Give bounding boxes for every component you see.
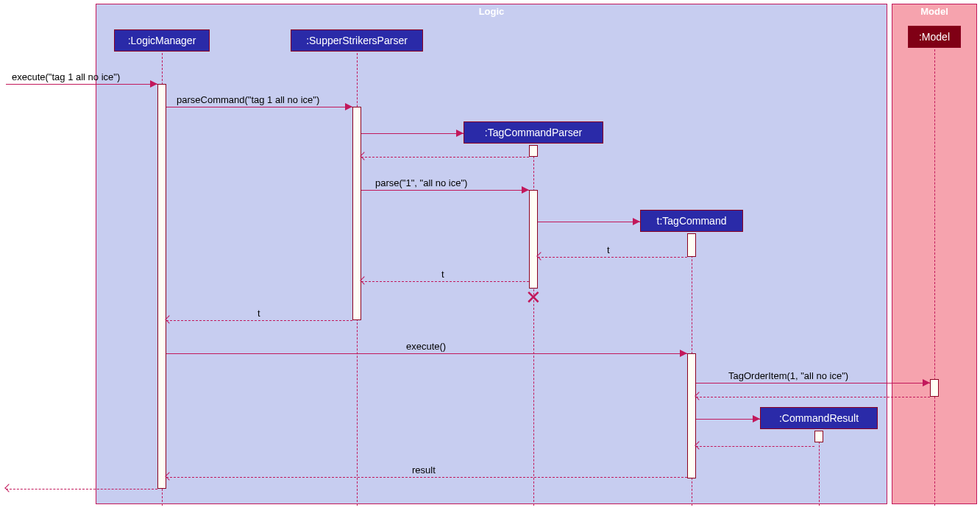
participant-parser: :SupperStrikersParser <box>291 29 423 52</box>
arrow-return-cr <box>696 446 814 447</box>
arrowhead-create-tcp <box>456 130 464 137</box>
arrow-create-tc <box>538 222 640 222</box>
arrowhead-m8 <box>923 379 930 386</box>
label-m5: t <box>441 269 444 280</box>
activation-parser <box>352 107 361 320</box>
participant-logic-manager: :LogicManager <box>114 29 210 52</box>
destroy-icon: ✕ <box>525 289 542 306</box>
frame-model-label: Model <box>920 6 948 17</box>
arrow-create-cr <box>696 419 760 420</box>
label-m1: execute("tag 1 all no ice") <box>12 71 120 82</box>
lifeline-model <box>934 49 935 506</box>
label-m7: execute() <box>406 341 446 352</box>
arrow-m9 <box>166 477 687 478</box>
arrow-m7 <box>166 353 687 354</box>
label-m6: t <box>258 308 260 319</box>
activation-cmd-result <box>814 431 823 442</box>
arrow-m2 <box>166 107 352 107</box>
participant-tag-cmd: t:TagCommand <box>640 210 743 232</box>
arrowhead-create-tc <box>633 218 640 225</box>
arrowhead-final-return <box>4 484 13 492</box>
label-m9: result <box>412 464 436 476</box>
activation-tag-cmd-parser-2 <box>529 190 538 289</box>
activation-tag-cmd-parser-1 <box>529 145 538 157</box>
label-m8: TagOrderItem(1, "all no ice") <box>728 370 848 381</box>
label-m3: parse("1", "all no ice") <box>375 177 467 188</box>
arrow-m8 <box>696 383 930 384</box>
activation-model <box>930 379 939 397</box>
arrow-create-tcp <box>361 133 464 134</box>
arrow-m1 <box>6 84 157 85</box>
arrow-m3 <box>361 190 529 191</box>
activation-tag-cmd-1 <box>687 233 696 257</box>
arrowhead-m7 <box>680 350 687 357</box>
arrowhead-m3 <box>522 186 529 194</box>
participant-cmd-result: :CommandResult <box>760 407 878 429</box>
participant-tag-cmd-parser: :TagCommandParser <box>464 121 603 144</box>
arrow-final-return <box>6 489 157 490</box>
frame-logic-label: Logic <box>479 6 505 17</box>
activation-tag-cmd-2 <box>687 353 696 478</box>
label-m4: t <box>607 244 610 255</box>
arrowhead-m1 <box>150 80 157 88</box>
frame-logic: Logic <box>96 4 887 504</box>
arrow-return-tcp <box>361 157 529 158</box>
arrowhead-m2 <box>345 103 352 110</box>
arrow-m5 <box>361 281 529 282</box>
activation-logic-manager <box>157 84 166 489</box>
arrowhead-create-cr <box>753 415 760 423</box>
arrow-m4 <box>538 257 687 258</box>
participant-model: :Model <box>908 26 961 48</box>
arrow-return-model <box>696 397 930 397</box>
arrow-m6 <box>166 320 352 321</box>
label-m2: parseCommand("tag 1 all no ice") <box>177 94 319 105</box>
